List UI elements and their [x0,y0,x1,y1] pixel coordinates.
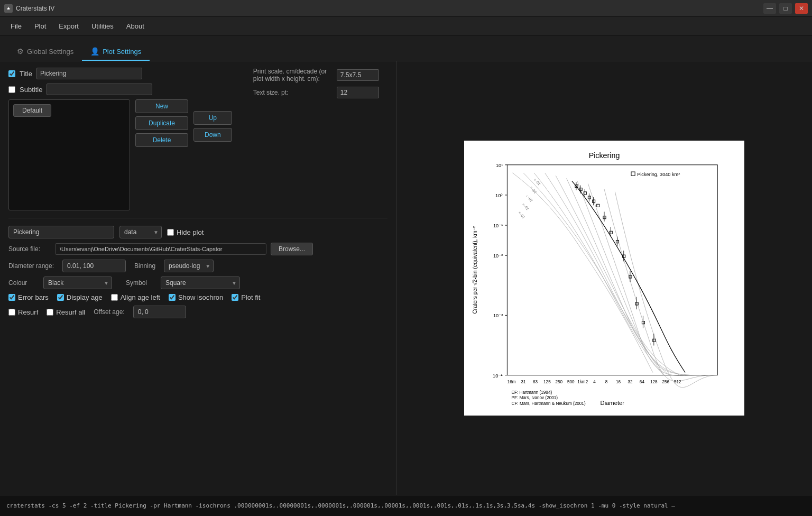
type-select[interactable]: data fit isochron [119,226,162,238]
title-checkbox[interactable] [8,70,15,77]
svg-text:125: 125 [543,380,551,384]
svg-text:256: 256 [662,380,669,384]
delete-button[interactable]: Delete [135,133,188,147]
error-bars-item: Error bars [8,293,49,301]
source-file-row: Source file: Browse... [8,243,387,255]
title-row: Title [8,68,232,79]
left-panel: Title Subtitle Default New [0,61,396,495]
svg-text:10⁻²: 10⁻² [493,253,503,259]
svg-text:10⁻⁴: 10⁻⁴ [493,373,503,379]
show-isochron-label[interactable]: Show isochron [178,293,223,301]
main-content: Title Subtitle Default New [0,61,812,495]
settings-top: Title Subtitle Default New [8,68,387,210]
titlebar-controls: — □ ✕ [763,3,808,14]
tab-plot-settings[interactable]: 👤 Plot Settings [82,43,150,61]
menu-export[interactable]: Export [52,20,85,32]
command-text: craterstats -cs 5 -ef 2 -title Pickering… [6,502,675,509]
binning-label: Binning [134,262,155,270]
subtitle-checkbox[interactable] [8,86,15,93]
text-size-input[interactable] [337,87,379,98]
title-label[interactable]: Title [20,70,32,78]
titlebar: ★ Craterstats IV — □ ✕ [0,0,812,17]
svg-rect-2 [507,165,717,375]
error-bars-checkbox[interactable] [8,294,15,301]
svg-text:4: 4 [593,380,596,384]
divider-1 [8,218,387,218]
offset-age-label: Offset age: [94,308,124,316]
action-buttons: New Duplicate Delete Up Down [135,99,232,147]
display-age-checkbox[interactable] [57,294,64,301]
data-name-row: data fit isochron ▼ Hide plot [8,226,387,238]
titlebar-left: ★ Craterstats IV [4,4,54,13]
minimize-button[interactable]: — [763,3,776,14]
btn-col-right: Up Down [193,111,232,142]
plot-container: Pickering Craters per √2-bin (equivalent… [464,141,744,416]
resurf-all-checkbox[interactable] [47,309,53,316]
close-button[interactable]: ✕ [795,3,808,14]
hide-plot-checkbox[interactable] [167,229,174,236]
svg-text:10⁰: 10⁰ [495,193,503,198]
resurf-item: Resurf [8,308,38,316]
new-button[interactable]: New [135,99,188,113]
app-icon: ★ [4,4,13,13]
menu-utilities[interactable]: Utilities [85,20,120,32]
svg-text:31: 31 [521,380,526,384]
tabbar: ⚙ Global Settings 👤 Plot Settings [0,36,812,61]
resurf-all-label[interactable]: Resurf all [56,308,85,316]
dataset-name-input[interactable] [8,226,114,238]
diameter-range-input[interactable] [62,260,126,272]
maximize-button[interactable]: □ [779,3,792,14]
subtitle-input[interactable] [47,84,152,95]
svg-text:10⁻³: 10⁻³ [493,313,503,318]
colour-label: Colour [8,279,35,287]
plot-fit-checkbox[interactable] [232,294,238,301]
subtitle-label[interactable]: Subtitle [20,86,42,94]
error-bars-label[interactable]: Error bars [18,293,49,301]
svg-text:EF: Hartmann (1984): EF: Hartmann (1984) [512,390,552,395]
tab-global-settings[interactable]: ⚙ Global Settings [8,43,82,61]
colour-select-wrap: Black Red Blue Green ▼ [43,277,112,289]
menu-about[interactable]: About [120,20,151,32]
right-panel: Pickering Craters per √2-bin (equivalent… [396,61,812,495]
svg-text:32: 32 [628,380,633,384]
svg-text:128: 128 [650,380,658,384]
menu-plot[interactable]: Plot [28,20,52,32]
hide-plot-item: Hide plot [167,228,204,236]
print-scale-input[interactable] [337,69,379,81]
down-button[interactable]: Down [193,128,232,142]
command-bar: craterstats -cs 5 -ef 2 -title Pickering… [0,495,812,516]
resurf-checkbox[interactable] [8,309,15,316]
svg-text:10⁻¹: 10⁻¹ [493,223,503,228]
source-path-input[interactable] [55,243,266,255]
svg-text:Pickering: Pickering [589,151,620,160]
svg-text:500: 500 [567,380,575,384]
align-age-left-checkbox[interactable] [111,294,118,301]
browse-button[interactable]: Browse... [271,243,313,255]
hide-plot-label[interactable]: Hide plot [177,228,204,236]
default-button[interactable]: Default [13,104,51,117]
duplicate-button[interactable]: Duplicate [135,116,188,130]
tab-global-settings-label: Global Settings [27,48,73,56]
plot-fit-item: Plot fit [232,293,260,301]
align-age-left-label[interactable]: Align age left [121,293,160,301]
plot-fit-label[interactable]: Plot fit [241,293,260,301]
binning-select-wrap: pseudo-log log linear ▼ [164,260,214,272]
binning-select[interactable]: pseudo-log log linear [164,260,214,272]
diameter-label: Diameter range: [8,262,54,270]
svg-text:8: 8 [605,380,608,384]
menu-file[interactable]: File [4,20,28,32]
show-isochron-checkbox[interactable] [169,294,176,301]
print-scale-row: Print scale. cm/decade (orplot width x h… [253,68,379,82]
diameter-row: Diameter range: Binning pseudo-log log l… [8,260,387,272]
title-input[interactable] [36,68,142,79]
source-label: Source file: [8,245,51,253]
colour-row: Colour Black Red Blue Green ▼ Symbol Squ… [8,277,387,289]
colour-select[interactable]: Black Red Blue Green [43,277,112,289]
resurf-label[interactable]: Resurf [18,308,38,316]
gear-icon: ⚙ [17,47,24,56]
align-age-left-item: Align age left [111,293,160,301]
offset-age-input[interactable] [133,306,186,318]
display-age-label[interactable]: Display age [67,293,103,301]
symbol-select[interactable]: Square Circle Triangle Diamond [161,277,240,289]
up-button[interactable]: Up [193,111,232,125]
